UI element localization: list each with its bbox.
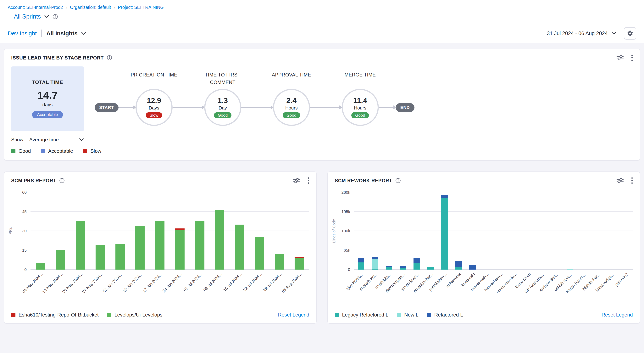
y-axis-tick-label: 60	[22, 190, 27, 195]
stage: PR CREATION TIME12.9DaysSlow	[136, 70, 172, 128]
x-axis-tick-label: 13 May 2024...	[41, 272, 64, 294]
bar[interactable]	[116, 244, 125, 270]
legend-label: Esha610/Testing-Repo-Of-Bitbucket	[18, 312, 99, 318]
insight-name[interactable]: Dev Insight	[8, 30, 37, 37]
y-axis-tick-label: 65k	[344, 248, 350, 252]
breadcrumb-item[interactable]: Organization: default	[70, 5, 111, 10]
x-axis-tick-label: 24 Jun 2024...	[162, 272, 183, 293]
bar[interactable]	[441, 195, 448, 270]
reset-legend-link[interactable]: Reset Legend	[602, 312, 633, 318]
info-icon[interactable]	[59, 178, 65, 183]
stage-value: 11.4	[353, 96, 367, 105]
filter-settings-icon[interactable]	[293, 178, 300, 183]
x-axis-tick-label: ndharness	[445, 272, 462, 288]
bar[interactable]	[195, 221, 204, 270]
bar[interactable]	[235, 224, 244, 270]
legend-item[interactable]: Levelops/Ui-Levelops	[107, 312, 162, 318]
bar[interactable]	[469, 265, 476, 270]
bar[interactable]	[155, 221, 164, 270]
info-icon[interactable]	[395, 178, 401, 183]
bar[interactable]	[372, 257, 378, 270]
bar-segment	[36, 263, 45, 270]
bar[interactable]	[428, 267, 434, 270]
show-value[interactable]: Average time	[29, 137, 59, 143]
info-icon[interactable]	[52, 14, 58, 19]
top-header: Account: SEI-Internal-Prod2›Organization…	[0, 0, 644, 24]
arrow-connector-icon	[310, 107, 342, 108]
bar[interactable]	[386, 266, 392, 270]
bar-segment	[414, 258, 420, 263]
filter-settings-icon[interactable]	[616, 55, 624, 60]
bar[interactable]	[96, 245, 105, 270]
legend-item[interactable]: New L	[397, 312, 418, 318]
rework-chart-legend: Legacy Refactored LNew LRefactored LRese…	[328, 310, 640, 323]
bar[interactable]	[56, 250, 65, 270]
bar-segment	[441, 198, 448, 270]
show-selector[interactable]: Show: Average time	[11, 137, 84, 143]
kebab-menu-icon[interactable]	[631, 54, 633, 61]
settings-button[interactable]	[624, 27, 636, 40]
gridline	[354, 250, 633, 250]
bar[interactable]	[275, 254, 284, 270]
chevron-down-icon[interactable]	[81, 32, 86, 35]
bar[interactable]	[358, 258, 364, 270]
legend-item[interactable]: Legacy Refactored L	[335, 312, 388, 318]
stage-circle[interactable]: 1.3DayGood	[204, 89, 241, 126]
date-range-selector[interactable]: 31 Jul 2024 - 06 Aug 2024	[547, 30, 608, 36]
arrow-connector-icon	[379, 107, 396, 108]
legend-item[interactable]: Slow	[83, 148, 101, 154]
legend-item[interactable]: Esha610/Testing-Repo-Of-Bitbucket	[11, 312, 99, 318]
stage: MERGE TIME11.4HoursGood	[342, 70, 379, 128]
bar-segment	[275, 254, 284, 270]
legend-item[interactable]: Refactored L	[427, 312, 463, 318]
bar-segment	[96, 245, 105, 270]
legend-item[interactable]: Acceptable	[41, 148, 73, 154]
stage-circle[interactable]: 11.4HoursGood	[342, 89, 379, 126]
sprint-selector-label[interactable]: All Sprints	[14, 13, 41, 20]
legend-label: Acceptable	[48, 148, 73, 154]
breadcrumb-item[interactable]: Project: SEI TRAINING	[118, 5, 164, 10]
bar[interactable]	[215, 210, 224, 270]
legend-swatch	[107, 313, 112, 317]
reset-legend-link[interactable]: Reset Legend	[278, 312, 309, 318]
legend-item[interactable]: Good	[11, 148, 31, 154]
stage-circle[interactable]: 2.4HoursGood	[273, 89, 310, 126]
info-icon[interactable]	[107, 55, 112, 60]
stage-circle[interactable]: 12.9DaysSlow	[136, 89, 172, 126]
card-title: SCM REWORK REPORT	[335, 178, 392, 184]
kebab-menu-icon[interactable]	[631, 177, 633, 184]
bar[interactable]	[400, 266, 406, 270]
y-axis-title: PRs	[8, 227, 13, 235]
gridline	[30, 211, 309, 212]
bar[interactable]	[294, 257, 304, 270]
kebab-menu-icon[interactable]	[308, 177, 309, 184]
chevron-down-icon[interactable]	[79, 138, 84, 141]
chevron-down-icon[interactable]	[44, 15, 49, 18]
bar[interactable]	[175, 228, 184, 270]
insight-selector[interactable]: All Insights	[46, 30, 78, 37]
x-axis-tick-label: jatin6407	[614, 272, 629, 287]
stage-rating-badge: Good	[282, 112, 300, 118]
bar[interactable]	[36, 263, 45, 270]
bar[interactable]	[414, 258, 420, 270]
stage-flow: STARTPR CREATION TIME12.9DaysSlowTIME TO…	[94, 66, 414, 128]
breadcrumb-item[interactable]: Account: SEI-Internal-Prod2	[8, 5, 63, 10]
stage-unit: Hours	[354, 105, 366, 111]
filter-settings-icon[interactable]	[616, 178, 624, 183]
bar[interactable]	[456, 261, 462, 270]
bar[interactable]	[567, 268, 573, 270]
sprint-selector[interactable]: All Sprints	[14, 13, 636, 20]
bar-segment	[456, 267, 462, 270]
gridline	[30, 250, 309, 250]
bar-segment	[400, 268, 406, 270]
bar[interactable]	[76, 221, 85, 270]
x-axis-tick-label: 27 May 2024...	[81, 272, 104, 294]
plot-area	[354, 192, 633, 270]
x-axis-tick-label: 20 May 2024...	[62, 272, 84, 294]
chevron-down-icon[interactable]	[612, 32, 616, 35]
divider	[41, 30, 42, 37]
bar-segment	[469, 265, 476, 270]
total-time-label: TOTAL TIME	[32, 79, 63, 85]
bar[interactable]	[135, 226, 144, 270]
bar[interactable]	[255, 237, 264, 270]
